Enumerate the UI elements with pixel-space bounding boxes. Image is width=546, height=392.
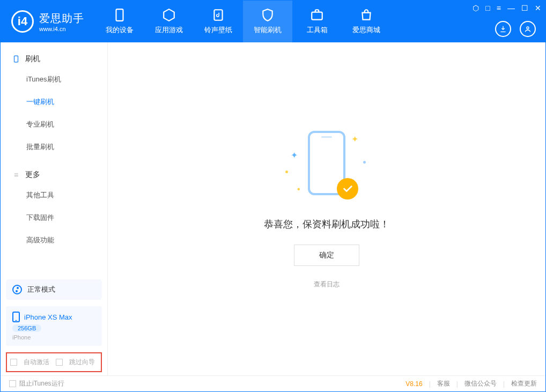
window-controls: ⬡ □ ≡ — ☐ ✕ <box>473 4 541 12</box>
tab-smart-flash[interactable]: 智能刷机 <box>243 1 292 42</box>
version-label: V8.16 <box>405 380 422 388</box>
close-button[interactable]: ✕ <box>535 4 541 12</box>
sidebar-item-batch-flash[interactable]: 批量刷机 <box>1 136 107 158</box>
mode-icon <box>12 285 22 294</box>
view-log-link[interactable]: 查看日志 <box>314 280 340 289</box>
music-file-icon <box>211 8 225 22</box>
sidebar-item-pro-flash[interactable]: 专业刷机 <box>1 113 107 136</box>
checkbox-auto-activate[interactable] <box>10 359 17 366</box>
mode-label: 正常模式 <box>27 285 55 294</box>
mode-box[interactable]: 正常模式 <box>6 279 102 300</box>
sidebar-item-other-tools[interactable]: 其他工具 <box>1 184 107 206</box>
list-icon: ≡ <box>12 171 20 179</box>
flash-options-highlighted: 自动激活 跳过向导 <box>6 352 102 372</box>
ok-button[interactable]: 确定 <box>294 245 359 266</box>
label-block-itunes: 阻止iTunes运行 <box>19 379 64 388</box>
app-site: www.i4.cn <box>39 26 84 32</box>
check-badge-icon <box>337 178 358 199</box>
tab-apps[interactable]: 应用游戏 <box>144 1 194 42</box>
sidebar-item-oneclick-flash[interactable]: 一键刷机 <box>1 91 107 113</box>
nav-tabs: 我的设备 应用游戏 铃声壁纸 智能刷机 工具箱 爱思商城 <box>95 1 391 42</box>
user-button[interactable] <box>520 21 536 37</box>
briefcase-icon <box>310 8 324 22</box>
sidebar: 刷机 iTunes刷机 一键刷机 专业刷机 批量刷机 ≡ 更多 其他工具 下载固… <box>1 42 108 375</box>
device-name: iPhone XS Max <box>24 313 72 321</box>
checkbox-block-itunes[interactable] <box>9 380 16 387</box>
success-illustration: ✦✦• <box>297 129 356 204</box>
menu-icon[interactable]: ≡ <box>497 4 501 12</box>
status-bar: 阻止iTunes运行 V8.16 | 客服 | 微信公众号 | 检查更新 <box>1 375 545 391</box>
svg-rect-1 <box>214 10 222 20</box>
maximize-button[interactable]: ☐ <box>521 4 528 12</box>
svg-rect-4 <box>14 56 18 62</box>
header-actions <box>495 21 536 37</box>
cube-icon <box>162 8 176 22</box>
check-update-link[interactable]: 检查更新 <box>511 379 537 388</box>
label-skip-guide: 跳过向导 <box>69 358 95 367</box>
download-button[interactable] <box>495 21 511 37</box>
sidebar-group-flash: 刷机 <box>1 50 107 68</box>
shield-refresh-icon <box>261 8 275 22</box>
minimize-button[interactable]: — <box>507 4 515 12</box>
device-type: iPhone <box>12 334 95 341</box>
shirt-icon[interactable]: ⬡ <box>473 4 479 12</box>
wechat-link[interactable]: 微信公众号 <box>464 379 497 388</box>
phone-icon <box>113 8 127 22</box>
device-phone-icon <box>12 312 20 322</box>
checkbox-skip-guide[interactable] <box>56 359 63 366</box>
customer-service-link[interactable]: 客服 <box>437 379 450 388</box>
sidebar-item-advanced[interactable]: 高级功能 <box>1 229 107 252</box>
svg-rect-0 <box>116 9 123 21</box>
success-message: 恭喜您，保资料刷机成功啦！ <box>264 218 389 231</box>
phone-small-icon <box>12 55 20 63</box>
sidebar-item-firmware[interactable]: 下载固件 <box>1 206 107 229</box>
label-auto-activate: 自动激活 <box>24 358 49 367</box>
tab-my-device[interactable]: 我的设备 <box>95 1 144 42</box>
main-content: ✦✦• 恭喜您，保资料刷机成功啦！ 确定 查看日志 <box>108 42 545 375</box>
sidebar-group-more: ≡ 更多 <box>1 166 107 184</box>
device-box[interactable]: iPhone XS Max 256GB iPhone <box>6 306 102 346</box>
app-name: 爱思助手 <box>39 11 84 26</box>
logo-icon: i4 <box>11 10 34 33</box>
tab-store[interactable]: 爱思商城 <box>342 1 391 42</box>
svg-rect-2 <box>312 12 322 20</box>
tab-toolbox[interactable]: 工具箱 <box>292 1 342 42</box>
shopping-bag-icon <box>359 8 373 22</box>
device-capacity: 256GB <box>12 324 41 332</box>
tab-ringtone[interactable]: 铃声壁纸 <box>194 1 243 42</box>
sidebar-item-itunes-flash[interactable]: iTunes刷机 <box>1 68 107 91</box>
feedback-icon[interactable]: □ <box>485 4 490 12</box>
logo-area: i4 爱思助手 www.i4.cn <box>1 1 95 42</box>
svg-point-3 <box>527 27 529 29</box>
header: i4 爱思助手 www.i4.cn 我的设备 应用游戏 铃声壁纸 智能刷机 工具… <box>1 1 545 42</box>
